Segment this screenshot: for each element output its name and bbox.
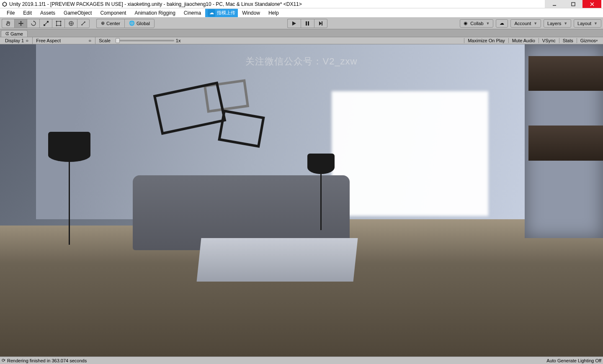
window-titlebar: Unity 2019.1.1f1 - [PREVIEW PACKAGES IN … (0, 0, 603, 8)
unity-logo-icon (2, 1, 8, 7)
stats-toggle[interactable]: Stats (559, 38, 577, 43)
progress-icon: ⟳ (2, 358, 5, 363)
cloud-button[interactable]: ☁ (496, 19, 508, 28)
chevron-down-icon: ≑ (88, 38, 92, 43)
view-tabbar: ᗧ Game (0, 29, 603, 37)
menu-file[interactable]: File (3, 9, 19, 17)
menu-bar: File Edit Assets GameObject Component An… (0, 8, 603, 18)
game-view-options: Display 1≑ Free Aspect≑ Scale 1x Maximiz… (0, 37, 603, 44)
window-title: Unity 2019.1.1f1 - [PREVIEW PACKAGES IN … (9, 1, 545, 7)
play-button[interactable] (287, 19, 301, 28)
main-toolbar: ⊕Center 🌐Global ◉Collab▼ ☁ Account▼ Laye… (0, 18, 603, 29)
status-left: ⟳ Rendering finished in 363.074 seconds (2, 358, 87, 363)
collab-dropdown[interactable]: ◉Collab▼ (460, 19, 493, 28)
window-controls (545, 0, 601, 8)
hand-tool[interactable] (2, 19, 14, 28)
scale-value: 1x (176, 38, 181, 43)
chevron-down-icon: ▼ (594, 21, 598, 26)
svg-marker-15 (292, 21, 296, 26)
slider-knob[interactable] (116, 38, 120, 43)
scale-label: Scale (95, 38, 114, 43)
menu-component[interactable]: Component (96, 9, 130, 17)
step-button[interactable] (314, 19, 327, 28)
tab-game[interactable]: ᗧ Game (1, 30, 28, 37)
pacman-icon: ᗧ (5, 31, 9, 36)
chevron-down-icon: ▼ (486, 21, 490, 26)
menu-animation-rigging[interactable]: Animation Rigging (130, 9, 179, 17)
maximize-on-play-toggle[interactable]: Maximize On Play (464, 38, 508, 43)
menu-edit[interactable]: Edit (19, 9, 36, 17)
svg-point-10 (56, 21, 57, 22)
account-dropdown[interactable]: Account▼ (510, 19, 541, 28)
rotate-tool[interactable] (27, 19, 39, 28)
svg-rect-19 (322, 21, 322, 26)
vsync-toggle[interactable]: VSync (539, 38, 559, 43)
cloud-icon: ☁ (500, 21, 504, 26)
pivot-global-toggle[interactable]: 🌐Global (124, 19, 155, 28)
game-right-options: Maximize On Play Mute Audio VSync Stats … (464, 38, 601, 43)
chevron-down-icon: ▼ (533, 21, 537, 26)
svg-rect-7 (47, 21, 49, 23)
svg-point-11 (60, 21, 61, 22)
pause-button[interactable] (301, 19, 314, 28)
svg-rect-6 (44, 24, 45, 26)
close-button[interactable] (582, 0, 601, 8)
svg-marker-18 (319, 21, 322, 26)
chevron-down-icon: ▼ (564, 21, 567, 26)
layers-dropdown[interactable]: Layers▼ (544, 19, 571, 28)
maximize-button[interactable] (564, 0, 582, 8)
layout-dropdown[interactable]: Layout▼ (574, 19, 601, 28)
svg-rect-16 (306, 21, 307, 26)
rect-tool[interactable] (52, 19, 64, 28)
chevron-down-icon: ▾ (596, 38, 598, 43)
menu-help[interactable]: Help (264, 9, 283, 17)
svg-rect-17 (308, 21, 309, 26)
menu-cinema[interactable]: Cinema (180, 9, 205, 17)
pivot-center-toggle[interactable]: ⊕Center (96, 19, 124, 28)
svg-point-13 (60, 25, 61, 26)
upload-block[interactable]: ☁ 指模上传 (205, 9, 238, 17)
scale-tool[interactable] (39, 19, 52, 28)
chevron-down-icon: ≑ (26, 38, 29, 43)
svg-rect-9 (57, 21, 61, 26)
game-viewport[interactable]: 关注微信公众号：V2_zxw (0, 44, 603, 356)
svg-line-8 (45, 23, 47, 24)
status-bar: ⟳ Rendering finished in 363.074 seconds … (0, 356, 603, 364)
move-tool[interactable] (14, 19, 27, 28)
right-toolbar: ◉Collab▼ ☁ Account▼ Layers▼ Layout▼ (460, 19, 601, 28)
minimize-button[interactable] (545, 0, 564, 8)
menu-assets[interactable]: Assets (36, 9, 59, 17)
collab-icon: ◉ (464, 21, 468, 26)
lighting-status[interactable]: Auto Generate Lighting Off (546, 358, 601, 363)
menu-window[interactable]: Window (238, 9, 264, 17)
pivot-toggle-group: ⊕Center 🌐Global (96, 19, 155, 28)
center-icon: ⊕ (101, 21, 105, 26)
menu-gameobject[interactable]: GameObject (59, 9, 96, 17)
transform-tools (2, 19, 90, 28)
svg-rect-3 (572, 3, 575, 6)
transform-tool[interactable] (64, 19, 77, 28)
mute-audio-toggle[interactable]: Mute Audio (508, 38, 539, 43)
scene-render (0, 44, 603, 356)
play-controls (287, 19, 327, 28)
custom-tool[interactable] (77, 19, 90, 28)
globe-icon: 🌐 (129, 21, 135, 26)
aspect-dropdown[interactable]: Free Aspect≑ (33, 37, 95, 44)
upload-label: 指模上传 (217, 10, 235, 16)
tab-game-label: Game (10, 31, 23, 36)
scale-slider[interactable] (116, 40, 174, 41)
display-dropdown[interactable]: Display 1≑ (2, 37, 33, 44)
svg-point-12 (56, 25, 57, 26)
cloud-icon: ☁ (208, 9, 215, 17)
watermark-text: 关注微信公众号：V2_zxw (245, 55, 357, 68)
status-message: Rendering finished in 363.074 seconds (7, 358, 87, 363)
gizmos-dropdown[interactable]: Gizmos▾ (577, 38, 601, 43)
